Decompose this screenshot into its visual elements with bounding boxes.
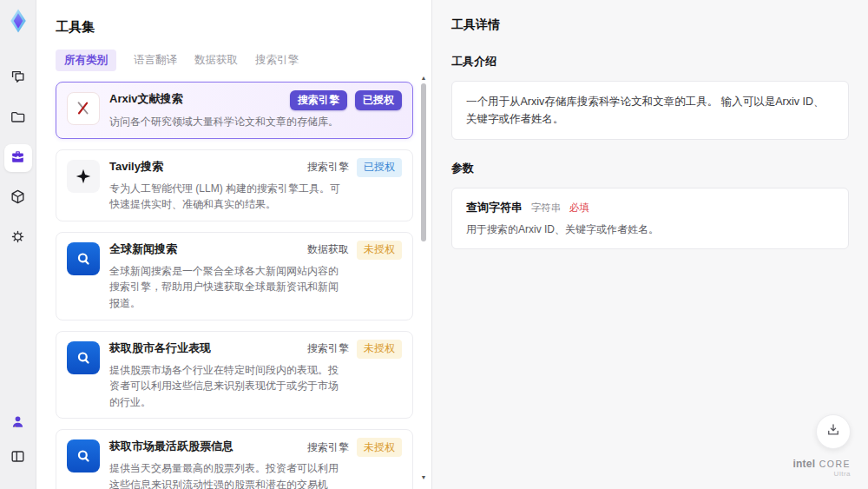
tool-description: 提供当天交易量最高的股票列表。投资者可以利用这些信息来识别流动性强的股票和潜在的… xyxy=(109,460,345,489)
tool-tags: 搜索引擎 未授权 xyxy=(307,438,402,457)
cube-icon xyxy=(10,188,26,208)
param-box: 查询字符串 字符串 必填 用于搜索的Arxiv ID、关键字或作者姓名。 xyxy=(451,188,849,249)
category-tabs: 所有类别 语言翻译 数据获取 搜索引擎 xyxy=(56,50,431,71)
param-type: 字符串 xyxy=(531,202,562,213)
news-icon xyxy=(67,439,100,472)
sidebar-item-collapse-panel[interactable] xyxy=(4,444,32,472)
toolbox-icon xyxy=(10,149,26,169)
panel-layout-icon xyxy=(10,448,26,468)
sidebar-item-account[interactable] xyxy=(4,409,32,437)
arxiv-logo-icon xyxy=(74,99,93,118)
tool-category-tag: 搜索引擎 xyxy=(307,160,349,175)
tool-card[interactable]: 获取市场最活跃股票信息 搜索引擎 未授权 提供当天交易量最高的股票列表。投资者可… xyxy=(56,429,413,489)
intro-text: 一个用于从Arxiv存储库搜索科学论文和文章的工具。 输入可以是Arxiv ID… xyxy=(466,93,834,128)
news-icon xyxy=(67,242,100,275)
left-rail xyxy=(0,0,36,489)
list-scrollbar: ▲ ▼ xyxy=(420,75,427,480)
rail-bottom xyxy=(4,409,32,479)
tool-description: 专为人工智能代理 (LLM) 构建的搜索引擎工具。可快速提供实时、准确和真实的结… xyxy=(109,181,345,213)
param-required-badge: 必填 xyxy=(569,202,589,213)
app-window: 工具集 所有类别 语言翻译 数据获取 搜索引擎 Arxiv文献搜索 搜索引擎 已… xyxy=(0,0,868,489)
download-icon xyxy=(825,422,841,441)
tool-detail-pane: 工具详情 工具介绍 一个用于从Arxiv存储库搜索科学论文和文章的工具。 输入可… xyxy=(431,0,868,489)
arxiv-icon xyxy=(67,92,100,125)
tab-language-translation[interactable]: 语言翻译 xyxy=(134,50,177,71)
user-icon xyxy=(10,413,26,433)
brand-intel: intel xyxy=(793,458,816,470)
gear-icon xyxy=(10,228,26,248)
tool-name: 获取股市各行业表现 xyxy=(109,340,300,356)
tool-name: 全球新闻搜索 xyxy=(109,241,300,257)
scroll-up-arrow[interactable]: ▲ xyxy=(420,75,427,81)
sidebar-item-toolbox[interactable] xyxy=(4,144,32,172)
tool-auth-badge[interactable]: 已授权 xyxy=(357,158,402,177)
tool-card[interactable]: 全球新闻搜索 数据获取 未授权 全球新闻搜索是一个聚合全球各大新闻网站内容的搜索… xyxy=(56,232,413,320)
tab-search-engine[interactable]: 搜索引擎 xyxy=(255,50,299,71)
intel-core-logo: intel CORE Ultra xyxy=(793,455,851,479)
tool-description: 全球新闻搜索是一个聚合全球各大新闻网站内容的搜索引擎，帮助用户快速获取全球最新资… xyxy=(109,263,345,312)
tool-card[interactable]: Arxiv文献搜索 搜索引擎 已授权 访问各个研究领域大量科学论文和文章的存储库… xyxy=(56,82,413,139)
tool-list: Arxiv文献搜索 搜索引擎 已授权 访问各个研究领域大量科学论文和文章的存储库… xyxy=(56,82,413,489)
tool-auth-badge[interactable]: 未授权 xyxy=(357,241,402,260)
folder-icon xyxy=(10,109,26,129)
news-search-logo-icon xyxy=(74,446,93,466)
tool-tags: 数据获取 未授权 xyxy=(307,241,402,260)
sidebar-item-packages[interactable] xyxy=(4,184,32,212)
param-description: 用于搜索的Arxiv ID、关键字或作者姓名。 xyxy=(466,222,834,237)
chat-icon xyxy=(10,69,26,89)
brand-core: CORE xyxy=(819,459,851,469)
news-search-logo-icon xyxy=(74,348,93,367)
tool-category-tag: 搜索引擎 xyxy=(307,341,349,356)
tool-auth-badge[interactable]: 未授权 xyxy=(357,340,402,359)
detail-title: 工具详情 xyxy=(451,17,849,33)
param-name: 查询字符串 xyxy=(466,201,523,214)
tool-tags: 搜索引擎 未授权 xyxy=(307,340,402,359)
tool-category-tag: 搜索引擎 xyxy=(307,440,349,455)
params-heading: 参数 xyxy=(451,161,849,176)
tool-name: 获取市场最活跃股票信息 xyxy=(109,438,300,454)
intro-heading: 工具介绍 xyxy=(451,54,849,69)
tool-auth-badge[interactable]: 已授权 xyxy=(355,90,402,110)
sidebar-item-files[interactable] xyxy=(4,104,32,132)
sidebar-item-settings[interactable] xyxy=(4,224,32,252)
tool-category-tag: 数据获取 xyxy=(307,242,349,257)
tool-list-pane: 工具集 所有类别 语言翻译 数据获取 搜索引擎 Arxiv文献搜索 搜索引擎 已… xyxy=(36,0,431,489)
page-title: 工具集 xyxy=(56,19,431,36)
news-icon xyxy=(67,341,100,374)
sidebar-item-chat[interactable] xyxy=(4,64,32,92)
tavily-icon xyxy=(67,160,100,193)
tool-tags: 搜索引擎 已授权 xyxy=(290,90,402,110)
tab-all-categories[interactable]: 所有类别 xyxy=(56,50,116,71)
scroll-down-arrow[interactable]: ▼ xyxy=(420,474,427,480)
tab-data-acquisition[interactable]: 数据获取 xyxy=(194,50,238,71)
tool-card[interactable]: Tavily搜索 搜索引擎 已授权 专为人工智能代理 (LLM) 构建的搜索引擎… xyxy=(56,149,413,221)
intro-box: 一个用于从Arxiv存储库搜索科学论文和文章的工具。 输入可以是Arxiv ID… xyxy=(451,81,849,140)
brand-ultra: Ultra xyxy=(793,471,851,479)
news-search-logo-icon xyxy=(74,249,93,268)
param-row: 查询字符串 字符串 必填 xyxy=(466,200,834,215)
tavily-star-icon xyxy=(74,167,93,186)
tool-category-tag: 搜索引擎 xyxy=(290,90,347,110)
tool-auth-badge[interactable]: 未授权 xyxy=(357,438,402,457)
tool-name: Tavily搜索 xyxy=(109,158,300,175)
download-button[interactable] xyxy=(816,414,851,449)
app-logo xyxy=(6,9,30,33)
scrollbar-thumb[interactable] xyxy=(421,83,426,241)
tool-card[interactable]: 获取股市各行业表现 搜索引擎 未授权 提供股票市场各个行业在特定时间段内的表现。… xyxy=(56,331,413,420)
tool-description: 提供股票市场各个行业在特定时间段内的表现。投资者可以利用这些信息来识别表现优于或… xyxy=(109,362,345,411)
tool-tags: 搜索引擎 已授权 xyxy=(307,158,402,177)
tool-name: Arxiv文献搜索 xyxy=(109,90,283,107)
tool-description: 访问各个研究领域大量科学论文和文章的存储库。 xyxy=(109,114,345,130)
